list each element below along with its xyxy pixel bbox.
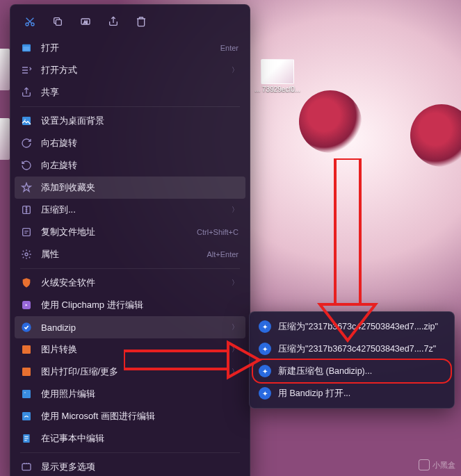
rename-button[interactable]: AI [73,10,98,33]
notepad-icon [20,432,33,445]
svg-rect-7 [22,117,31,125]
submenu-item-2[interactable]: ✦ 新建压缩包 (Bandizip)... [253,360,451,382]
properties-icon [20,248,33,261]
menu-item-photos[interactable]: 使用照片编辑 [15,383,245,405]
chevron-right-icon: 〉 [232,278,238,288]
more-icon [20,461,33,473]
svg-text:W: W [24,347,29,352]
menu-item-convert[interactable]: W 图片转换 〉 [15,338,245,361]
menu-item-label: 设置为桌面背景 [41,115,238,127]
desktop-left-thumbs [0,49,10,188]
menu-item-open[interactable]: 打开 Enter [15,37,245,59]
file-thumbnail [261,59,294,84]
svg-rect-22 [22,463,31,470]
menu-item-label: 压缩到... [41,204,223,216]
menu-item-wallpaper[interactable]: 设置为桌面背景 [15,110,245,132]
rotate-right-icon [20,137,33,149]
context-menu: AI 打开 Enter 打开方式 〉 共享 设置为桌面背景 向右旋转 向左旋转 … [10,4,250,476]
bandizip-icon: ✦ [259,387,271,400]
menu-item-copy-path[interactable]: 复制文件地址 Ctrl+Shift+C [15,221,245,243]
share-button[interactable] [101,10,126,33]
menu-item-label: 向左旋转 [41,159,238,172]
open-with-icon [20,64,33,76]
separator [20,268,240,269]
menu-item-label: 共享 [41,86,238,99]
submenu-item-3[interactable]: ✦ 用 Bandizip 打开... [253,382,451,404]
menu-item-share[interactable]: 共享 [15,81,245,104]
submenu-item-label: 新建压缩包 (Bandizip)... [278,366,444,377]
menu-item-star[interactable]: 添加到收藏夹 [15,177,245,199]
menu-item-properties[interactable]: 属性 Alt+Enter [15,243,245,265]
svg-rect-18 [22,390,31,398]
shield-icon [20,277,33,289]
menu-item-bandizip[interactable]: Bandizip 〉 [15,316,245,338]
svg-rect-2 [56,19,61,25]
star-icon [20,181,33,194]
desktop-file-icon[interactable]: ... 73929ecf0... [254,59,301,93]
svg-rect-10 [23,229,31,236]
submenu-item-label: 压缩为"2317b3673c427503843ed7....7z" [278,343,444,355]
paint-icon [20,410,33,422]
menu-item-label: 添加到收藏夹 [41,181,238,194]
svg-point-1 [31,23,34,26]
chevron-right-icon: 〉 [232,65,238,75]
chevron-right-icon: 〉 [232,367,238,377]
watermark-icon [419,459,430,470]
menu-item-label: 打开 [41,42,212,54]
menu-item-print[interactable]: W 图片打印/压缩/更多 〉 [15,361,245,383]
clipchamp-icon [20,299,33,311]
submenu-item-1[interactable]: ✦ 压缩为"2317b3673c427503843ed7....7z" [253,338,451,360]
menu-item-shield[interactable]: 火绒安全软件 〉 [15,272,245,294]
watermark-text: 小黑盒 [432,460,455,470]
menu-item-hint: Enter [220,44,238,52]
menu-item-clipchamp[interactable]: 使用 Clipchamp 进行编辑 [15,294,245,316]
menu-item-rotate-left[interactable]: 向左旋转 [15,154,245,177]
print-icon: W [20,366,33,378]
menu-item-label: 火绒安全软件 [41,277,223,289]
copy-button[interactable] [45,10,70,33]
menu-item-label: 使用 Clipchamp 进行编辑 [41,299,238,311]
svg-text:W: W [24,370,29,375]
wallpaper-icon [20,115,33,127]
submenu-item-label: 压缩为"2317b3673c427503843ed7....zip" [278,321,444,333]
context-toolbar: AI [15,9,245,37]
menu-item-label: 向右旋转 [41,137,238,149]
menu-item-more[interactable]: 显示更多选项 [15,456,245,476]
menu-item-open-with[interactable]: 打开方式 〉 [15,59,245,81]
svg-point-19 [24,392,26,394]
separator [20,106,240,107]
menu-item-label: Bandizip [41,322,223,333]
chevron-right-icon: 〉 [232,205,238,215]
compress-icon [20,204,33,216]
menu-item-label: 打开方式 [41,64,223,76]
menu-item-compress[interactable]: 压缩到... 〉 [15,199,245,221]
menu-item-rotate-right[interactable]: 向右旋转 [15,132,245,154]
bandizip-submenu: ✦ 压缩为"2317b3673c427503843ed7....zip"✦ 压缩… [249,311,455,409]
menu-item-label: 使用照片编辑 [41,388,238,400]
bandizip-icon: ✦ [259,343,271,355]
watermark: 小黑盒 [419,459,455,470]
file-label: ... 73929ecf0... [254,85,301,93]
submenu-item-0[interactable]: ✦ 压缩为"2317b3673c427503843ed7....zip" [253,315,451,338]
separator [20,452,240,453]
menu-item-label: 属性 [41,248,198,261]
menu-item-hint: Ctrl+Shift+C [197,228,238,236]
menu-item-label: 复制文件地址 [41,226,188,238]
delete-button[interactable] [129,10,154,33]
submenu-item-label: 用 Bandizip 打开... [278,388,444,400]
menu-item-notepad[interactable]: 在记事本中编辑 [15,427,245,450]
cut-button[interactable] [17,10,42,33]
menu-item-paint[interactable]: 使用 Microsoft 画图进行编辑 [15,405,245,427]
svg-text:AI: AI [83,20,88,24]
svg-point-0 [26,23,29,26]
menu-item-label: 使用 Microsoft 画图进行编辑 [41,410,238,422]
rotate-left-icon [20,159,33,172]
share-icon [20,86,33,99]
menu-item-label: 图片打印/压缩/更多 [41,366,223,378]
copy-path-icon [20,226,33,238]
menu-item-label: 显示更多选项 [41,461,238,473]
svg-rect-6 [23,47,29,51]
bandizip-icon: ✦ [259,320,271,333]
svg-point-11 [25,253,28,256]
svg-point-8 [24,119,26,121]
